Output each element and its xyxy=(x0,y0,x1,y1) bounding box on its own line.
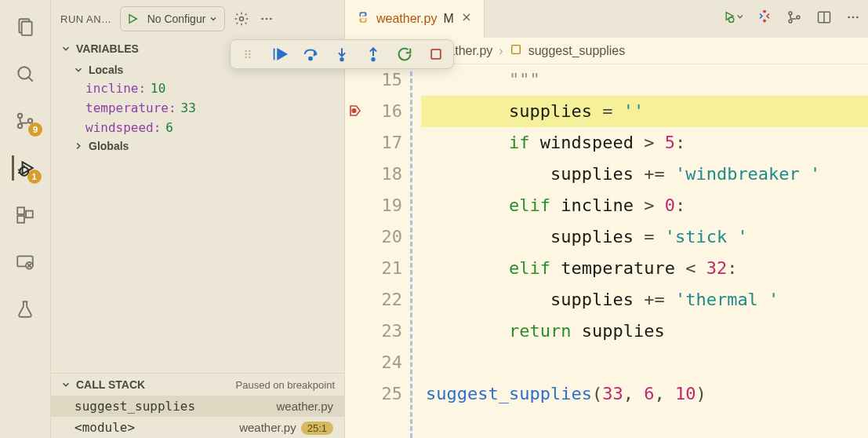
svg-point-28 xyxy=(309,57,312,60)
variable-row[interactable]: temperature: 33 xyxy=(51,98,344,118)
variable-name: windspeed: xyxy=(85,120,161,135)
stack-frame[interactable]: suggest_suppliesweather.py xyxy=(51,396,344,417)
sidebar: RUN AN… No Configur VARIABLES xyxy=(51,0,345,438)
svg-point-2 xyxy=(18,67,30,78)
frame-file: weather.py xyxy=(239,421,296,434)
chevron-down-icon xyxy=(60,379,71,390)
beaker-icon[interactable] xyxy=(13,297,38,322)
svg-point-25 xyxy=(249,57,250,58)
svg-point-5 xyxy=(18,124,22,128)
svg-rect-33 xyxy=(431,49,441,59)
callstack-panel: CALL STACK Paused on breakpoint suggest_… xyxy=(51,373,344,438)
variable-value: 10 xyxy=(151,81,165,96)
code-line[interactable]: supplies += 'windbreaker ' xyxy=(421,159,868,190)
code-line[interactable]: return supplies xyxy=(421,316,868,347)
step-out-button[interactable] xyxy=(364,45,383,64)
chevron-down-icon xyxy=(73,64,84,75)
variable-value: 33 xyxy=(181,100,196,115)
svg-point-20 xyxy=(245,50,247,52)
step-into-button[interactable] xyxy=(332,45,351,64)
svg-marker-15 xyxy=(129,15,136,24)
drag-handle-icon[interactable] xyxy=(238,45,257,64)
svg-point-44 xyxy=(848,16,850,19)
variable-row[interactable]: windspeed: 6 xyxy=(51,118,344,137)
extensions-icon[interactable] xyxy=(13,203,38,228)
svg-point-16 xyxy=(240,17,244,21)
svg-point-45 xyxy=(852,16,855,19)
code-line[interactable]: """ xyxy=(421,64,868,96)
callstack-header[interactable]: CALL STACK Paused on breakpoint xyxy=(51,374,344,396)
stop-button[interactable] xyxy=(427,45,445,64)
variable-row[interactable]: incline: 10 xyxy=(51,78,344,98)
globals-scope[interactable]: Globals xyxy=(51,137,344,155)
chevron-down-icon xyxy=(60,43,71,54)
svg-point-17 xyxy=(262,18,264,20)
breadcrumb-symbol[interactable]: suggest_supplies xyxy=(528,44,626,58)
scm-toolbar-icon[interactable] xyxy=(786,9,802,28)
frame-function: <module> xyxy=(74,420,135,435)
line-number: 23 xyxy=(365,316,402,347)
more-icon[interactable] xyxy=(258,12,275,26)
start-debug-icon[interactable] xyxy=(121,13,144,25)
close-icon[interactable] xyxy=(460,11,473,27)
scm-badge: 9 xyxy=(28,122,42,137)
editor-actions xyxy=(724,9,860,28)
code-line[interactable]: elif incline > 0: xyxy=(421,190,868,221)
line-number: 21 xyxy=(365,253,402,284)
tab-weather[interactable]: weather.py M xyxy=(345,0,485,38)
scm-icon[interactable]: 9 xyxy=(13,108,38,133)
code-editor[interactable]: 1516171819202122232425 """ supplies = ''… xyxy=(345,64,868,438)
svg-rect-10 xyxy=(26,211,33,218)
restart-button[interactable] xyxy=(395,45,414,64)
variable-name: incline: xyxy=(85,81,146,96)
debug-badge: 1 xyxy=(27,170,42,184)
run-config-selector[interactable]: No Configur xyxy=(120,6,226,31)
svg-rect-47 xyxy=(511,45,520,53)
line-number: 15 xyxy=(365,64,402,96)
frame-file: weather.py xyxy=(276,400,333,413)
svg-point-48 xyxy=(352,109,356,113)
chevron-right-icon xyxy=(73,141,84,151)
code-line[interactable]: elif temperature < 32: xyxy=(421,253,868,284)
code-line[interactable]: suggest_supplies(33, 6, 10) xyxy=(421,378,868,410)
run-debug-dropdown-icon[interactable] xyxy=(724,9,743,28)
svg-rect-8 xyxy=(17,207,24,214)
variable-value: 6 xyxy=(165,120,173,135)
code-line[interactable]: supplies += 'thermal ' xyxy=(421,284,868,316)
code-line[interactable]: if windspeed > 5: xyxy=(421,127,868,159)
svg-point-21 xyxy=(249,50,250,52)
search-icon[interactable] xyxy=(13,61,38,86)
svg-point-23 xyxy=(249,53,250,55)
debug-toolbar[interactable] xyxy=(230,39,454,69)
svg-point-24 xyxy=(245,57,247,58)
line-number: 17 xyxy=(365,127,402,159)
debug-icon[interactable]: 1 xyxy=(12,155,37,181)
split-editor-icon[interactable] xyxy=(816,9,832,28)
more-icon[interactable] xyxy=(846,10,860,27)
stack-frame[interactable]: <module>weather.py25:1 xyxy=(51,417,344,438)
code-line[interactable]: supplies = 'stick ' xyxy=(421,221,868,253)
step-over-button[interactable] xyxy=(301,45,320,64)
code-line[interactable]: supplies = '' xyxy=(421,96,868,127)
chevron-right-icon: › xyxy=(499,44,503,58)
svg-point-40 xyxy=(789,20,792,23)
variables-panel: Locals incline: 10temperature: 33windspe… xyxy=(51,60,344,162)
line-number: 19 xyxy=(365,190,402,221)
line-number: 20 xyxy=(365,221,402,253)
tab-modified-indicator: M xyxy=(443,12,453,26)
line-number: 22 xyxy=(365,284,402,316)
svg-point-22 xyxy=(245,53,247,55)
breakpoint-current-icon[interactable] xyxy=(348,102,362,122)
config-dropdown[interactable]: No Configur xyxy=(144,13,225,25)
explorer-icon[interactable] xyxy=(13,14,38,39)
diff-icon[interactable] xyxy=(757,10,772,27)
svg-point-4 xyxy=(18,114,22,118)
tab-bar: weather.py M xyxy=(345,0,868,38)
variable-name: temperature: xyxy=(85,100,176,115)
remote-icon[interactable] xyxy=(13,250,38,275)
svg-point-46 xyxy=(856,16,859,19)
continue-button[interactable] xyxy=(270,45,289,64)
run-debug-header: RUN AN… No Configur xyxy=(51,0,344,38)
code-line[interactable] xyxy=(421,347,868,378)
gear-icon[interactable] xyxy=(233,11,250,27)
